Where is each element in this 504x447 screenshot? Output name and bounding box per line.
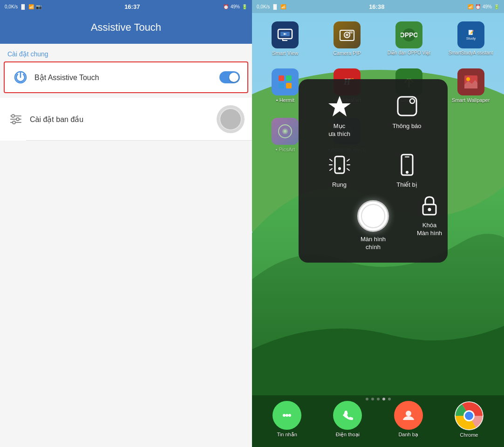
dock-tin-nhan[interactable]: Tin nhắn (272, 401, 301, 438)
svg-line-43 (330, 159, 332, 161)
svg-line-48 (347, 169, 349, 170)
smartstudy-icon: 📝 Study (457, 21, 484, 48)
left-time: 16:37 (124, 3, 140, 10)
smart-view-icon (272, 21, 299, 48)
dock-chrome[interactable]: Chrome (455, 401, 484, 438)
setting-item-cai-dat-ban-dau[interactable]: Cài đặt ban đầu (0, 98, 252, 141)
setting-item-bat-assistive[interactable]: Bật Assistive Touch (4, 61, 248, 93)
muc-ua-thich-label: Mụcưa thích (328, 122, 350, 138)
cai-dat-ban-dau-label: Cài đặt ban đầu (30, 115, 217, 124)
left-content: Cài đặt chung Bật Assistive Touch (0, 44, 252, 447)
lock-icon (416, 192, 443, 219)
chrome-label: Chrome (460, 432, 478, 438)
left-header-title: Assistive Touch (7, 21, 245, 34)
hermit-label: • Hermit (276, 97, 294, 103)
thong-bao-label: Thông báo (392, 122, 421, 130)
right-signal-bars: ▐▌ (272, 4, 278, 9)
bat-assistive-label: Bật Assistive Touch (34, 73, 219, 82)
danh-ba-icon (394, 401, 423, 430)
alarm-icon: ⏰ (223, 4, 229, 9)
svg-point-34 (284, 130, 286, 133)
dock-dien-thoai[interactable]: Điện thoại (333, 401, 362, 438)
vibrate-icon (326, 151, 353, 178)
svg-point-13 (346, 34, 348, 36)
tin-nhan-label: Tin nhắn (277, 432, 297, 438)
svg-rect-14 (349, 31, 353, 34)
svg-point-4 (12, 115, 14, 117)
smartstudy-label: SmartStudyA ssistant (449, 50, 493, 56)
assistive-power-icon (12, 69, 29, 86)
app-smart-wallpaper[interactable]: Smart Wallpaper (440, 65, 502, 107)
dien-thoai-label: Điện thoại (336, 432, 360, 438)
svg-rect-24 (286, 83, 292, 88)
assistive-item-muc-ua-thich[interactable]: Mụcưa thích (306, 86, 373, 145)
camera-pip-icon (334, 21, 361, 48)
svg-rect-22 (286, 75, 292, 81)
battery-text: 49% (231, 4, 240, 9)
svg-line-46 (347, 159, 349, 161)
svg-rect-21 (279, 75, 284, 81)
oppo-label: Diễn đàn OPPO Việt (388, 50, 430, 56)
svg-text:Study: Study (466, 36, 475, 41)
svg-point-57 (288, 414, 291, 417)
assistive-toggle[interactable] (219, 71, 240, 83)
svg-point-55 (283, 414, 286, 417)
dock-danh-ba[interactable]: Danh bạ (394, 401, 423, 438)
app-grid-row1: Smart View Camera PIP OPPO Di (252, 13, 504, 65)
svg-text:📝: 📝 (468, 29, 474, 35)
right-panel: 0,0K/s ▐▌ 📶 16:38 📶 ⏰ 49% 🔋 Smart View (252, 0, 504, 447)
svg-point-53 (428, 208, 431, 211)
app-smartstudy[interactable]: 📝 Study SmartStudyA ssistant (440, 18, 502, 60)
svg-point-40 (410, 99, 415, 103)
assistive-item-khoa-man-hinh[interactable]: KhóaMàn hình (416, 192, 443, 237)
right-time: 16:38 (369, 3, 384, 10)
svg-rect-41 (335, 156, 344, 173)
bottom-dock: Tin nhắn Điện thoại Danh bạ (252, 395, 504, 447)
app-oppo-forum[interactable]: OPPO Diễn đàn OPPO Việt (378, 18, 440, 60)
svg-rect-23 (279, 83, 284, 88)
battery-icon: 🔋 (242, 4, 247, 9)
svg-point-50 (406, 171, 409, 174)
right-battery-text: 49% (483, 4, 492, 9)
right-wifi-icon: 📶 (280, 4, 286, 9)
right-alarm-icon: ⏰ (475, 4, 481, 9)
smart-wallpaper-icon (457, 68, 484, 95)
app-camera-pip[interactable]: Camera PIP (316, 18, 378, 60)
chrome-icon (455, 401, 484, 430)
floating-ball[interactable] (217, 105, 245, 133)
svg-point-42 (338, 167, 341, 170)
dien-thoai-icon (333, 401, 362, 430)
picsart-icon (272, 118, 299, 145)
section-general-label: Cài đặt chung (0, 44, 252, 61)
khoa-man-hinh-label: KhóaMàn hình (417, 222, 442, 237)
danh-ba-label: Danh bạ (398, 432, 418, 438)
photo-icon: 📷 (36, 4, 41, 9)
oppo-icon: OPPO (395, 21, 422, 48)
svg-point-56 (286, 414, 288, 417)
left-panel: 0,0K/s ▐▌ 📶 📷 16:37 ⏰ 49% 🔋 Assistive To… (0, 0, 252, 447)
left-status-left: 0,0K/s ▐▌ 📶 📷 (5, 4, 41, 9)
left-status-bar: 0,0K/s ▐▌ 📶 📷 16:37 ⏰ 49% 🔋 (0, 0, 252, 13)
thiet-bi-label: Thiết bị (396, 181, 417, 189)
right-status-left: 0,0K/s ▐▌ 📶 (257, 4, 286, 9)
assistive-item-thong-bao[interactable]: Thông báo (373, 86, 441, 145)
left-status-right: ⏰ 49% 🔋 (223, 4, 247, 9)
home-button[interactable] (357, 200, 389, 232)
smart-wallpaper-label: Smart Wallpaper (452, 97, 490, 103)
svg-point-31 (466, 77, 470, 81)
app-smart-view[interactable]: Smart View (254, 18, 316, 60)
svg-line-45 (330, 169, 332, 170)
picsart-label: • PicsArt (276, 147, 295, 153)
right-status-right: 📶 ⏰ 49% 🔋 (468, 4, 499, 9)
assistive-item-rung[interactable]: Rung (306, 145, 373, 196)
star-icon (326, 93, 353, 120)
svg-marker-38 (328, 96, 351, 116)
assistive-item-thiet-bi[interactable]: Thiết bị (373, 145, 441, 196)
man-hinh-chinh-label: Màn hìnhchính (361, 236, 386, 251)
camera-pip-label: Camera PIP (333, 50, 361, 56)
right-sim-icon: 📶 (468, 4, 473, 9)
assistive-overlay: Mụcưa thích Thông báo (299, 79, 448, 263)
sliders-icon (7, 111, 24, 128)
smart-view-label: Smart View (272, 50, 298, 56)
tin-nhan-icon (272, 401, 301, 430)
